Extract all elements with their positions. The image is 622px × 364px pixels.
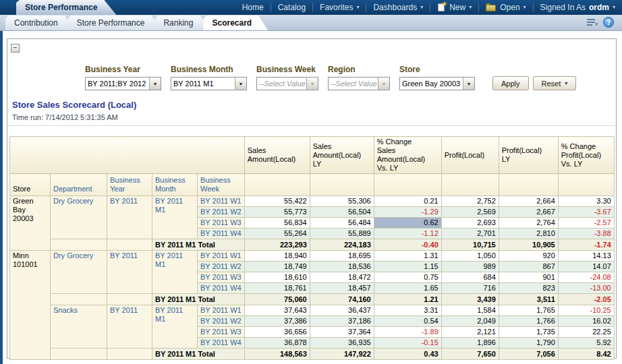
cell: 2,667 [499,207,558,218]
apply-button[interactable]: Apply [492,76,529,90]
cell: -1.12 [374,229,441,239]
cell [310,174,374,196]
dropdown-arrow-icon[interactable]: ▼ [463,78,474,90]
business-week-cell[interactable]: BY 2011 W4 [198,338,245,348]
nav-open[interactable]: Open ▾ [478,3,532,12]
department-cell[interactable]: Dry Grocery [51,196,107,239]
business-week-cell[interactable]: BY 2011 W3 [198,272,245,283]
cell: 18,457 [310,283,374,294]
cell: -1.89 [374,327,441,338]
nav-home[interactable]: Home [235,3,271,12]
cell: 3.30 [558,196,614,207]
help-icon[interactable]: ? [603,17,614,28]
department-cell[interactable]: Dry Grocery [51,251,107,294]
nav-favorites[interactable]: Favorites ▾ [312,3,366,12]
filter-label: Store [399,65,475,74]
business-week-select[interactable]: --Select Value-- ▼ [256,77,318,90]
tab-ranking[interactable]: Ranking [154,16,209,30]
business-week-cell[interactable]: BY 2011 W3 [198,327,245,338]
nav-dashboards[interactable]: Dashboards ▾ [366,3,430,12]
cell: 8.42 [558,348,614,360]
page-options-icon[interactable]: ▾ [587,18,598,26]
dashboard-title-tab: Store Performance [16,0,116,15]
business-week-cell[interactable]: BY 2011 W1 [198,251,245,262]
business-month-cell[interactable]: BY 2011 M1 [152,251,198,294]
cell [107,348,152,360]
nav-new[interactable]: ★ New ▾ [430,3,478,12]
col-header-store: Store [10,174,51,196]
table-row: StoreDepartmentBusiness YearBusiness Mon… [10,174,615,196]
region-select[interactable]: --Select Value-- ▼ [328,77,390,90]
business-year-cell[interactable]: BY 2011 [107,305,152,348]
cell: 1,765 [499,305,558,316]
business-week-cell[interactable]: BY 2011 W2 [198,207,245,218]
col-header-department[interactable]: Department [51,174,107,196]
business-month-cell[interactable]: BY 2011 M1 [152,305,198,348]
page-tab-strip: Contribution Store Performance Ranking S… [0,15,622,31]
tab-store-performance[interactable]: Store Performance [68,16,161,30]
dropdown-arrow-icon[interactable]: ▼ [235,78,246,90]
col-header-business-week[interactable]: Business Week [198,174,245,196]
department-cell[interactable]: Snacks [51,305,107,348]
business-year-cell[interactable]: BY 2011 [107,196,152,239]
nav-catalog[interactable]: Catalog [271,3,312,12]
col-header-business-month[interactable]: Business Month [152,174,198,196]
pivot-corner [10,137,245,174]
business-year-cell[interactable]: BY 2011 [107,251,152,294]
cell: 75,060 [244,294,310,305]
cell: 36,878 [244,338,310,348]
cell: 223,293 [244,239,310,251]
business-week-cell[interactable]: BY 2011 W4 [198,229,245,239]
cell: 37,186 [310,316,374,327]
collapse-section-icon[interactable]: − [11,44,20,53]
tab-contribution[interactable]: Contribution [5,16,74,30]
col-header-profit: Profit(Local) [441,137,499,174]
business-week-cell[interactable]: BY 2011 W2 [198,262,245,272]
cell: -1.29 [374,207,441,218]
col-header-sales-ly: Sales Amount(Local) LY [310,137,374,174]
cell: 10,715 [441,239,499,251]
cell: 901 [499,272,558,283]
cell: 55,773 [244,207,310,218]
business-month-select[interactable]: BY 2011 M1 ▼ [171,77,247,90]
store-select[interactable]: Green Bay 20003 ▼ [399,77,475,90]
dropdown-arrow-icon[interactable]: ▼ [378,78,389,90]
col-header-business-year[interactable]: Business Year [107,174,152,196]
business-week-cell[interactable]: BY 2011 W1 [198,305,245,316]
table-row: Minn 101001Dry GroceryBY 2011BY 2011 M1B… [10,251,615,262]
dropdown-arrow-icon[interactable]: ▼ [149,78,161,90]
select-value: --Select Value-- [329,78,378,90]
filter-store: Store Green Bay 20003 ▼ [399,65,475,90]
nav-signed-in[interactable]: Signed In As ordm ▾ [533,3,622,12]
cell: 2,764 [499,218,558,229]
business-week-cell[interactable]: BY 2011 W3 [198,218,245,229]
cell: 1.15 [374,262,441,272]
report-title: Store Sales Scorecard (Local) [12,100,136,110]
cell: 2,693 [441,218,499,229]
cell: 1.21 [374,294,441,305]
reset-button[interactable]: Reset ▾ [533,76,577,90]
top-bar: Store Performance Home Catalog Favorites… [0,0,622,15]
col-header-profit-pct: % Change Profit(Local) Vs. LY [558,137,614,174]
cell: 55,422 [244,196,310,207]
scorecard-pivot-table: Sales Amount(Local)Sales Amount(Local) L… [9,136,615,360]
global-nav: Home Catalog Favorites ▾ Dashboards ▾ ★ … [235,0,622,15]
total-label-cell: BY 2011 M1 Total [152,348,245,360]
username: ordm [589,3,609,12]
store-cell: Green Bay 20003 [10,196,51,251]
dropdown-arrow-icon[interactable]: ▼ [306,78,318,90]
cell: 16.02 [558,316,614,327]
chevron-down-icon: ▾ [613,5,615,10]
cell: 55,264 [244,229,310,239]
cell: 10,905 [499,239,558,251]
business-week-cell[interactable]: BY 2011 W2 [198,316,245,327]
business-month-cell[interactable]: BY 2011 M1 [152,196,198,239]
cell: 0.21 [374,196,441,207]
cell: -0.40 [374,239,441,251]
business-week-cell[interactable]: BY 2011 W1 [198,196,245,207]
business-year-select[interactable]: BY 2011;BY 2012 ▼ [85,77,161,90]
tab-scorecard[interactable]: Scorecard [203,16,268,30]
cell: -0.15 [374,338,441,348]
business-week-cell[interactable]: BY 2011 W4 [198,283,245,294]
cell: 2,121 [441,327,499,338]
